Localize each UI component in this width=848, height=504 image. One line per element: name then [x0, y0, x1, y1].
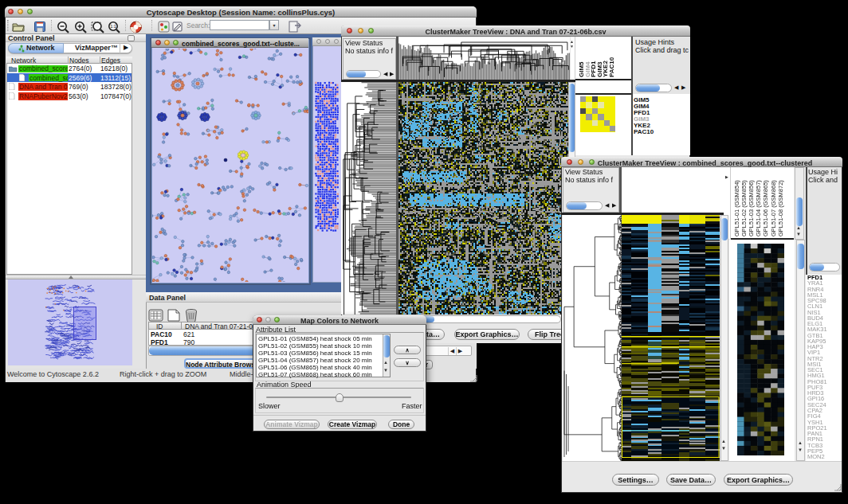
svg-text:1:1: 1:1 — [110, 24, 116, 29]
